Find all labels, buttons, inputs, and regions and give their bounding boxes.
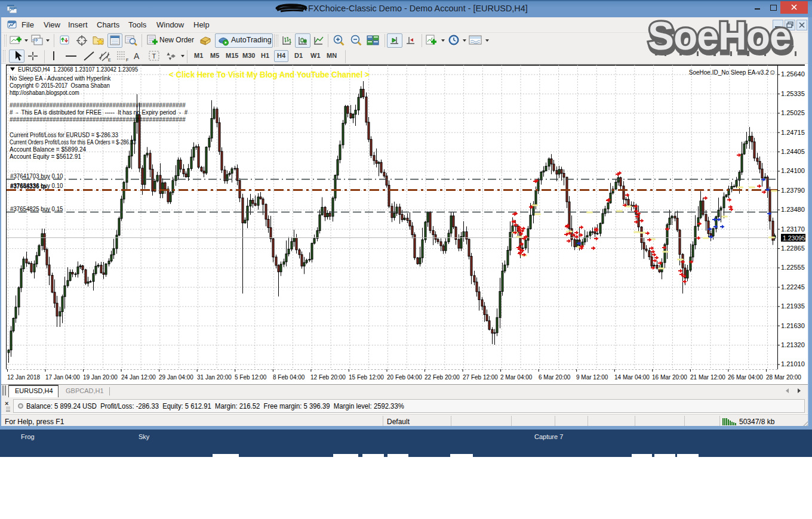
svg-text:1.23095: 1.23095 <box>783 234 805 242</box>
svg-text:SoeHoe: SoeHoe <box>648 14 791 58</box>
